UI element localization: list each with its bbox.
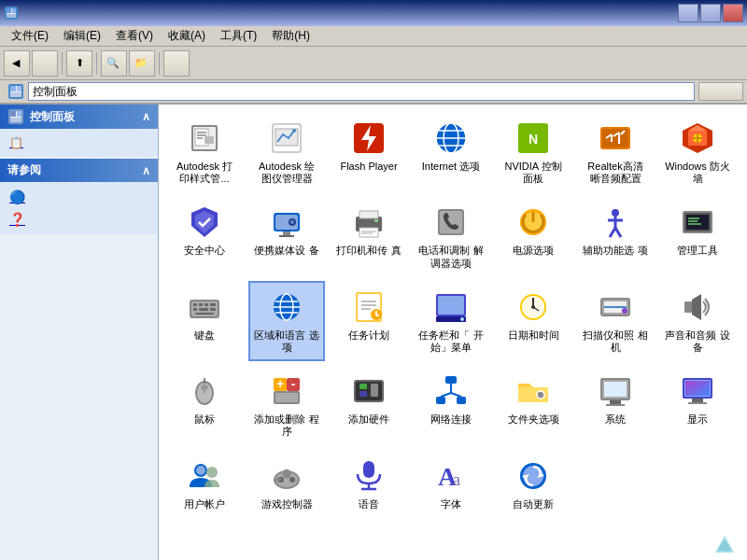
panel-section-header[interactable]: 控制面板 ∧ bbox=[0, 105, 158, 129]
back-button[interactable]: ◀ bbox=[4, 50, 30, 77]
address-input[interactable] bbox=[28, 82, 695, 101]
app-icon bbox=[4, 6, 19, 21]
realtek-label: Realtek高清 晰音频配置 bbox=[583, 161, 648, 185]
fonts-icon: Aa bbox=[432, 457, 470, 495]
icon-item-flash-player[interactable]: Flash Player bbox=[331, 112, 407, 192]
icon-item-game-ctrl[interactable]: 游戏控制器 bbox=[248, 450, 325, 518]
svg-rect-145 bbox=[610, 400, 621, 404]
svg-rect-87 bbox=[210, 308, 216, 311]
hardware-label: 添加硬件 bbox=[348, 413, 389, 426]
svg-point-68 bbox=[612, 209, 619, 217]
icon-item-tasks[interactable]: 任务计划 bbox=[331, 281, 407, 361]
taskbar-icon bbox=[432, 288, 470, 326]
view-button[interactable] bbox=[163, 50, 190, 77]
taskbar-label: 任务栏和「 开始」菜单 bbox=[418, 329, 484, 354]
game-ctrl-label: 游戏控制器 bbox=[261, 498, 313, 511]
menu-item-T[interactable]: 工具(T) bbox=[213, 26, 264, 46]
svg-marker-118 bbox=[692, 294, 701, 320]
icon-item-firewall[interactable]: Windows 防火 墙 bbox=[659, 112, 736, 192]
internet-options-label: Internet 选项 bbox=[422, 161, 480, 173]
sidebar-item-help[interactable]: ❓ bbox=[7, 208, 150, 231]
toolbar-separator-1 bbox=[62, 52, 63, 75]
security-label: 安全中心 bbox=[184, 245, 225, 257]
icon-item-network[interactable]: 网络连接 bbox=[413, 365, 489, 445]
icon-item-keyboard[interactable]: 键盘 bbox=[166, 281, 243, 361]
icon-item-hardware[interactable]: 添加硬件 bbox=[331, 365, 407, 445]
icon-item-mouse[interactable]: 鼠标 bbox=[166, 365, 243, 445]
maximize-button[interactable] bbox=[700, 4, 721, 22]
search-icon: 🔍 bbox=[106, 57, 120, 69]
autodesk-plot-icon bbox=[268, 119, 305, 157]
icon-item-admin-tools[interactable]: 管理工具 bbox=[659, 196, 736, 276]
icon-item-accessibility[interactable]: 辅助功能选 项 bbox=[577, 196, 654, 276]
icon-item-autodesk-print[interactable]: Autodesk 打 印样式管... bbox=[166, 112, 243, 192]
icon-item-autoupdate[interactable]: 自动更新 bbox=[495, 450, 571, 518]
menu-item-V[interactable]: 查看(V) bbox=[108, 26, 161, 46]
up-button[interactable]: ⬆ bbox=[66, 50, 92, 77]
firewall-label: Windows 防火 墙 bbox=[665, 161, 730, 185]
speech-icon bbox=[350, 457, 388, 495]
panel-header-label: 控制面板 bbox=[30, 109, 75, 125]
icon-item-region[interactable]: 区域和语言 选项 bbox=[248, 281, 325, 361]
icon-item-printer[interactable]: 打印机和传 真 bbox=[331, 196, 407, 276]
window-controls bbox=[678, 4, 743, 22]
icon-item-realtek[interactable]: Realtek高清 晰音频配置 bbox=[577, 112, 654, 192]
tasks-label: 任务计划 bbox=[348, 329, 389, 342]
folder-button[interactable]: 📁 bbox=[129, 50, 155, 77]
icon-item-folder-options[interactable]: 文件夹选项 bbox=[495, 365, 571, 445]
svg-rect-86 bbox=[199, 308, 208, 311]
svg-rect-135 bbox=[445, 376, 457, 384]
autoupdate-label: 自动更新 bbox=[513, 498, 554, 511]
svg-rect-162 bbox=[363, 461, 374, 478]
main-layout: 控制面板 ∧ 📋 请参阅 ∧ 🔵 bbox=[0, 105, 747, 560]
accessibility-icon bbox=[597, 203, 634, 241]
user-accounts-icon bbox=[186, 457, 223, 495]
icon-item-display[interactable]: 显示 bbox=[659, 365, 736, 445]
region-label: 区域和语言 选项 bbox=[254, 329, 319, 354]
icon-item-sound[interactable]: 声音和音频 设备 bbox=[659, 281, 736, 361]
icon-item-system[interactable]: 系统 bbox=[577, 365, 654, 445]
svg-rect-81 bbox=[193, 303, 197, 306]
svg-rect-149 bbox=[685, 381, 710, 396]
minimize-button[interactable] bbox=[678, 4, 698, 22]
icon-item-nvidia[interactable]: NNVIDIA 控制 面板 bbox=[495, 112, 571, 192]
menu-item-E[interactable]: 编辑(E) bbox=[56, 26, 108, 46]
icon-item-portable[interactable]: 便携媒体设 备 bbox=[248, 196, 325, 276]
menu-item-E[interactable]: 文件(E) bbox=[4, 26, 56, 46]
icon-item-user-accounts[interactable]: 用户帐户 bbox=[166, 450, 243, 518]
icon-item-addremove[interactable]: +-添加或删除 程序 bbox=[248, 365, 325, 445]
realtek-icon bbox=[597, 119, 634, 157]
sound-icon bbox=[679, 288, 716, 326]
toolbar-separator-2 bbox=[96, 52, 97, 75]
svg-rect-75 bbox=[686, 215, 709, 230]
search-button[interactable]: 🔍 bbox=[101, 50, 127, 77]
svg-rect-83 bbox=[204, 303, 208, 306]
icon-item-internet-options[interactable]: Internet 选项 bbox=[413, 112, 489, 192]
menu-item-A[interactable]: 收藏(A) bbox=[161, 26, 213, 46]
icon-item-scanner[interactable]: 扫描仪和照 相机 bbox=[577, 281, 654, 361]
svg-point-153 bbox=[196, 466, 205, 475]
menu-item-H[interactable]: 帮助(H) bbox=[264, 26, 317, 46]
forward-button[interactable] bbox=[32, 50, 58, 77]
icon-item-speech[interactable]: 语音 bbox=[331, 450, 407, 518]
autoupdate-icon bbox=[514, 457, 552, 495]
icon-item-power[interactable]: 电源选项 bbox=[495, 196, 571, 276]
speech-label: 语音 bbox=[359, 498, 379, 511]
svg-rect-7 bbox=[10, 86, 16, 91]
mouse-label: 鼠标 bbox=[194, 413, 215, 426]
icon-item-autodesk-plot[interactable]: Autodesk 绘 图仪管理器 bbox=[248, 112, 325, 192]
sidebar-item-switch-view[interactable]: 📋 bbox=[7, 133, 150, 153]
icon-item-fonts[interactable]: Aa字体 bbox=[413, 450, 489, 518]
sidebar-item-windows-update[interactable]: 🔵 bbox=[7, 186, 150, 208]
sidebar: 控制面板 ∧ 📋 请参阅 ∧ 🔵 bbox=[0, 105, 159, 560]
icon-item-phone-modem[interactable]: 电话和调制 解调器选项 bbox=[413, 196, 489, 276]
close-button[interactable] bbox=[723, 4, 743, 22]
svg-point-141 bbox=[537, 391, 544, 399]
icon-item-taskbar[interactable]: 任务栏和「 开始」菜单 bbox=[413, 281, 489, 361]
icon-item-datetime[interactable]: 日期和时间 bbox=[495, 281, 571, 361]
svg-rect-3 bbox=[12, 8, 16, 13]
svg-point-154 bbox=[206, 467, 218, 478]
go-button[interactable] bbox=[698, 82, 743, 101]
see-also-header[interactable]: 请参阅 ∧ bbox=[0, 159, 158, 182]
icon-item-security[interactable]: 安全中心 bbox=[166, 196, 243, 276]
